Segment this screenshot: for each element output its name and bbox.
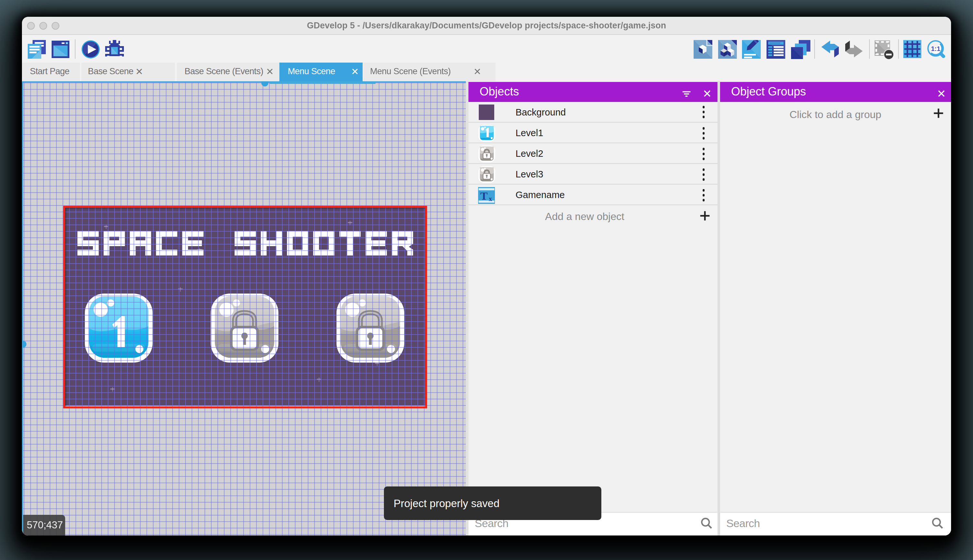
svg-text:1:1: 1:1 <box>931 45 940 52</box>
svg-text:T: T <box>480 190 488 202</box>
svg-text:x: x <box>489 195 492 202</box>
